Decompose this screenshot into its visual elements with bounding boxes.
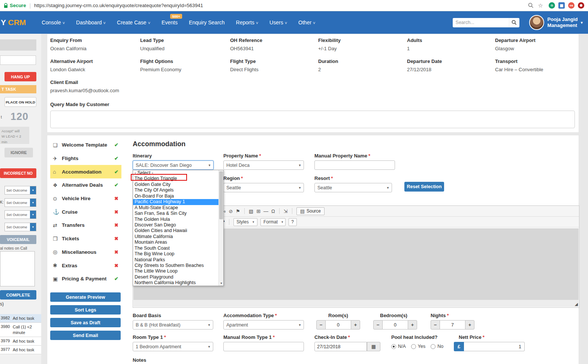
itinerary-option[interactable]: Golden Gate City — [133, 182, 218, 187]
step-pricing-payment[interactable]: ▣Pricing & Payment✔ — [50, 272, 121, 286]
call-notes-textarea[interactable] — [0, 251, 35, 286]
itinerary-option[interactable]: National Parks — [133, 257, 218, 263]
sort-legs-button[interactable]: Sort Legs — [50, 305, 121, 315]
itinerary-option[interactable]: Mountain Areas — [133, 240, 218, 245]
styles-select[interactable]: Styles▾ — [233, 218, 257, 226]
nav-item-enquiry-search[interactable]: Enquiry Search — [189, 19, 225, 25]
step-welcome-template[interactable]: ❏Welcome Template✔ — [50, 138, 121, 152]
pool-heat-radio-yes[interactable]: Yes — [411, 344, 425, 349]
brand-logo[interactable]: Y CRM — [1, 18, 26, 27]
dropdown-scrollbar[interactable]: ▼ — [218, 170, 223, 286]
itinerary-select[interactable]: SALE: Discover San Diego▾ — [133, 160, 214, 170]
board-basis-select[interactable]: B & B (Hot Breakfast)▾ — [133, 320, 213, 330]
set-outcome-select-4[interactable]: Set Outcome▾ — [4, 223, 36, 231]
step-tickets[interactable]: ❒Tickets✖ — [50, 232, 121, 246]
step-vehicle-hire[interactable]: ⊙Vehicle Hire✖ — [50, 192, 121, 205]
next-task-bar[interactable]: T TASK — [0, 85, 36, 93]
step-flights[interactable]: ✈Flights✔ — [50, 152, 121, 165]
bedrooms-value-input[interactable] — [383, 320, 408, 330]
incorrect-no-button[interactable]: INCORRECT NO — [0, 168, 36, 178]
table-icon[interactable]: ⊞ — [256, 208, 260, 214]
image-icon[interactable]: ▧ — [249, 208, 253, 214]
editor-help-button[interactable]: ? — [289, 218, 297, 226]
set-outcome-select-2[interactable]: Set Outcome▾ — [4, 198, 36, 207]
itinerary-option[interactable]: - Select - — [133, 170, 218, 176]
pool-heat-radio-na[interactable]: N/A — [391, 344, 406, 349]
itinerary-option[interactable]: The City Of Angels — [133, 187, 218, 193]
special-char-icon[interactable]: Ω — [271, 208, 275, 214]
complete-button[interactable]: COMPLETE — [0, 290, 36, 300]
voicemail-button[interactable]: VOICEMAIL — [0, 235, 36, 244]
nav-item-users[interactable]: Users˅ — [269, 19, 287, 25]
itinerary-option[interactable]: San Fran, Sea & Sin City — [133, 211, 218, 216]
itinerary-option[interactable]: On-Board For Baja — [133, 193, 218, 199]
query-made-by-customer-textarea[interactable] — [50, 111, 575, 128]
task-row[interactable]: 3980Call (1) <2 minute — [0, 323, 41, 337]
place-on-hold-button[interactable]: PLACE ON HOLD — [4, 97, 36, 107]
nav-item-console[interactable]: Console˅ — [42, 19, 65, 25]
search-button[interactable] — [509, 18, 519, 27]
step-cruise[interactable]: ⚓Cruise✖ — [50, 205, 121, 219]
task-row[interactable]: 3982Ad hoc task — [0, 314, 41, 323]
itinerary-option-highlighted[interactable]: Pacific Coast Highway 1 — [133, 199, 218, 205]
itinerary-option[interactable]: Northern California Highlights — [133, 280, 218, 286]
extension-ea-icon[interactable]: ea — [568, 2, 575, 9]
unlink-icon[interactable]: ⊘ — [229, 208, 233, 214]
horizontal-rule-icon[interactable]: ― — [263, 208, 268, 214]
calendar-button[interactable]: ▦ — [367, 342, 380, 351]
itinerary-option[interactable]: The Big Wine Loop — [133, 251, 218, 257]
check-in-date-input[interactable] — [314, 342, 367, 351]
nav-item-events[interactable]: 500+Events — [162, 19, 178, 25]
itinerary-option[interactable]: Discover San Diego — [133, 222, 218, 228]
step-alternative-deals[interactable]: ❖Alternative Deals✔ — [50, 178, 121, 192]
maximize-icon[interactable]: ⇲ — [284, 208, 288, 214]
ignore-button[interactable]: IGNORE — [4, 148, 33, 157]
callbar-input-box[interactable] — [0, 55, 36, 65]
itinerary-option[interactable]: The Golden Triangle — [133, 176, 218, 181]
anchor-flag-icon[interactable]: ⚑ — [236, 208, 240, 214]
plus-button[interactable]: + — [408, 320, 417, 330]
itinerary-option[interactable]: The Golden Hula — [133, 217, 218, 222]
generate-preview-button[interactable]: Generate Preview — [50, 292, 121, 302]
step-transfers[interactable]: ⇄Transfers✖ — [50, 219, 121, 232]
task-row[interactable]: 3977Ad hoc task — [0, 346, 41, 354]
nav-item-create-case[interactable]: Create Case˅ — [117, 19, 150, 25]
resort-select[interactable]: Seattle▾ — [314, 183, 392, 192]
minus-button[interactable]: − — [373, 320, 383, 330]
manual-property-name-input[interactable] — [314, 160, 395, 170]
format-select[interactable]: Format▾ — [260, 218, 286, 226]
address-bar-url[interactable]: https://staging.journey-crm.co.uk/enquir… — [34, 3, 526, 8]
minus-button[interactable]: − — [316, 320, 326, 330]
hang-up-button[interactable]: HANG UP — [4, 72, 36, 81]
itinerary-option[interactable]: The South Coast — [133, 246, 218, 251]
bookmark-star-icon[interactable]: ☆ — [538, 2, 543, 9]
plus-button[interactable]: + — [465, 320, 474, 330]
step-accommodation[interactable]: ⌂Accommodation✔ — [50, 165, 121, 178]
manual-room-type-input[interactable] — [223, 342, 304, 351]
set-outcome-select-3[interactable]: Set Outcome▾ — [4, 210, 36, 219]
set-outcome-select-1[interactable]: Set Outcome▾ — [4, 186, 36, 195]
minus-button[interactable]: − — [431, 320, 440, 330]
send-email-button[interactable]: Send Email — [50, 331, 121, 340]
rooms-value-input[interactable] — [326, 320, 351, 330]
itinerary-option[interactable]: A Multi-State Escape — [133, 205, 218, 211]
scrollbar-thumb[interactable] — [219, 171, 223, 219]
accommodation-type-select[interactable]: Apartment▾ — [223, 320, 304, 330]
property-name-select[interactable]: Hotel Deca▾ — [223, 160, 304, 170]
nights-value-input[interactable] — [440, 320, 465, 330]
nav-item-dashboard[interactable]: Dashboard˅ — [76, 19, 106, 25]
plus-button[interactable]: + — [351, 320, 360, 330]
extension-grid-icon[interactable]: ▦ — [558, 2, 565, 9]
avatar[interactable] — [529, 15, 544, 30]
source-button[interactable]: ▤Source — [296, 207, 325, 215]
zoom-icon[interactable] — [528, 3, 534, 8]
task-row[interactable]: 3979Ad hoc task — [0, 337, 41, 346]
itinerary-option[interactable]: The Little Wine Loop — [133, 268, 218, 274]
itinerary-option[interactable]: Desert Playground — [133, 274, 218, 280]
itinerary-option[interactable]: City Streets to Southern Beaches — [133, 263, 218, 268]
itinerary-option[interactable]: Ultimate California — [133, 234, 218, 240]
itinerary-option[interactable]: Golden Cities and Hawaii — [133, 228, 218, 234]
nav-item-other[interactable]: Other˅ — [298, 19, 315, 25]
search-input[interactable] — [453, 18, 509, 27]
nav-item-reports[interactable]: Reports˅ — [236, 19, 258, 25]
